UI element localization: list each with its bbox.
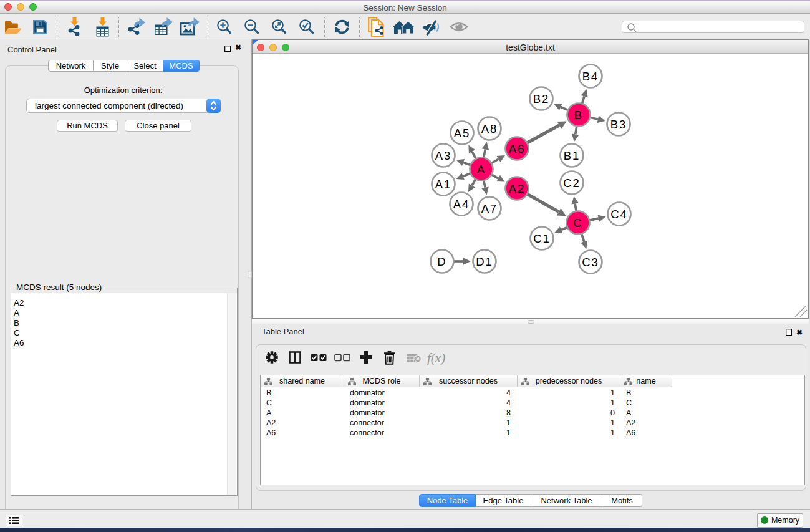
svg-text:B2: B2 xyxy=(533,92,550,105)
svg-text:A5: A5 xyxy=(454,127,471,140)
svg-text:A6: A6 xyxy=(509,142,526,155)
svg-text:C4: C4 xyxy=(610,208,628,221)
svg-text:A3: A3 xyxy=(435,149,452,162)
svg-text:A: A xyxy=(477,163,486,176)
svg-text:B: B xyxy=(574,109,583,122)
svg-text:B3: B3 xyxy=(610,118,627,131)
svg-text:D: D xyxy=(437,255,446,268)
svg-text:A2: A2 xyxy=(509,182,526,195)
svg-text:C2: C2 xyxy=(563,177,581,190)
svg-text:A4: A4 xyxy=(453,198,470,211)
svg-text:B4: B4 xyxy=(582,70,599,83)
svg-text:C1: C1 xyxy=(533,232,551,245)
svg-text:C3: C3 xyxy=(582,256,599,269)
svg-text:D1: D1 xyxy=(476,255,493,268)
svg-text:A8: A8 xyxy=(481,122,498,135)
svg-text:A1: A1 xyxy=(435,178,452,191)
svg-text:B1: B1 xyxy=(564,149,581,162)
svg-text:A7: A7 xyxy=(481,202,498,215)
svg-text:C: C xyxy=(573,216,582,230)
